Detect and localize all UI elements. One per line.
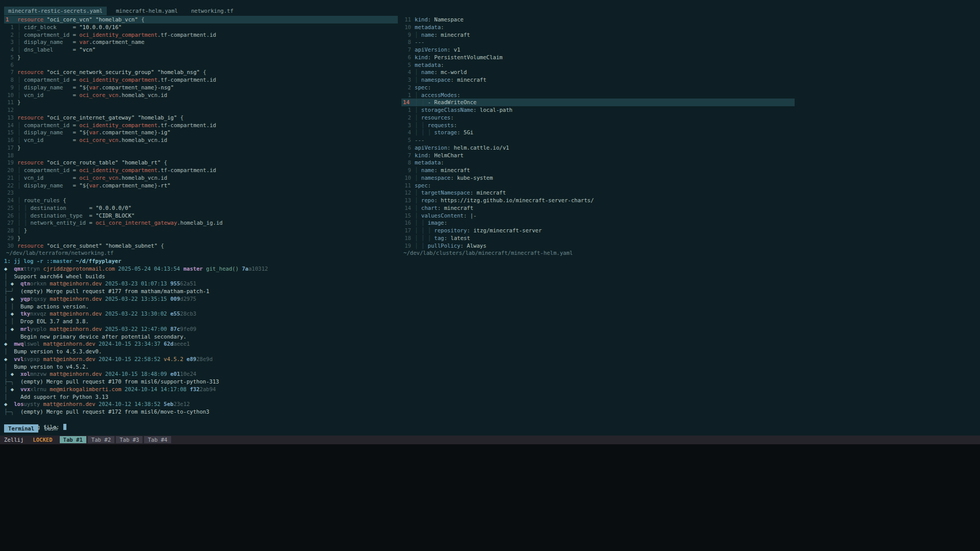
zellij-tab[interactable]: Tab #3 [116,436,142,443]
terraform-code-area[interactable]: 1resource "oci_core_vcn" "homelab_vcn" {… [4,16,398,249]
code-line[interactable]: 4│ name: mc-world [401,68,980,76]
code-line[interactable]: 29} [4,234,398,242]
code-line[interactable]: 7kind: HelmChart [401,152,980,159]
code-line[interactable]: 20│ compartment_id = oci_identity_compar… [4,166,398,174]
code-line[interactable]: 24│ route_rules { [4,197,398,204]
terminal-tab[interactable]: Terminal [4,424,38,433]
code-line[interactable]: 30resource "oci_core_subnet" "homelab_su… [4,242,398,250]
line-number: 6 [401,54,415,61]
code-line[interactable]: 1│ cidr_block = "10.0.0.0/16" [4,23,398,31]
code-line[interactable]: 1│ accessModes: [401,91,980,99]
token: "vcn" [79,46,95,53]
code-line[interactable]: 1│ storageClassName: local-path [401,106,980,114]
token: ${ [83,129,89,135]
terminal-prompt-line[interactable]: log file: [4,416,976,423]
code-line[interactable]: 17} [4,144,398,152]
code-line[interactable]: 12 [4,106,398,114]
code-line[interactable]: 4│ dns_label = "vcn" [4,46,398,54]
token: los [14,401,23,407]
code-line[interactable]: 19resource "oci_core_route_table" "homel… [4,159,398,166]
code-line[interactable]: 11kind: Namespace [401,16,980,23]
code-line-current[interactable]: 1resource "oci_core_vcn" "homelab_vcn" { [4,16,398,23]
terminal-line: │ Bump version to v4.5.2. [4,363,976,371]
code-line[interactable]: 26│ │ destination_type = "CIDR_BLOCK" [4,212,398,220]
code-line[interactable]: 6 [4,61,398,69]
code-line[interactable]: 7resource "oci_core_network_security_gro… [4,68,398,76]
code-line[interactable]: 21│ vcn_id = oci_core_vcn.homelab_vcn.id [4,174,398,182]
zellij-tabs: Tab #1Tab #2Tab #3Tab #4 [60,436,173,444]
code-line[interactable]: 16│ │ image: [401,219,980,227]
buffer-tab[interactable]: minecraft-restic-secrets.yaml [4,7,107,15]
code-line[interactable]: 8metadata: [401,159,980,166]
code-line[interactable]: 2│ resources: [401,114,980,122]
token: compartment_id [24,77,69,83]
line-number: 16 [4,136,17,144]
terminal-line: │ ◆ yqptqxsy matt@einhorn.dev 2025-03-22… [4,295,976,303]
line-number: 14 [4,122,17,129]
zellij-tab[interactable]: Tab #2 [88,436,114,443]
code-line[interactable]: 11spec: [401,182,980,189]
line-number: 12 [4,106,17,114]
code-line[interactable]: 14│ compartment_id = oci_identity_compar… [4,122,398,129]
terminal-line: ◆ losuysty matt@einhorn.dev 2024-10-12 1… [4,400,976,408]
code-line[interactable]: 8--- [401,38,980,46]
code-line[interactable]: 3│ namespace: minecraft [401,76,980,84]
code-line[interactable]: 10metadata: [401,23,980,31]
code-line[interactable]: 9│ name: minecraft [401,31,980,39]
code-line[interactable]: 10│ namespace: kube-system [401,174,980,182]
code-line[interactable]: 17│ │ │ repository: itzg/minecraft-serve… [401,227,980,234]
code-line[interactable]: 22│ display_name = "${var.compartment_na… [4,182,398,189]
token: } [17,99,20,105]
terminal-pane[interactable]: 1: jj log -r ::master ~/d/ffpyplayer◆ qm… [4,257,976,423]
token: resource [17,243,43,249]
terminal-line: │ │ Drop EOL 3.7 and 3.8. [4,318,976,325]
token: minecraft [454,77,487,83]
code-line[interactable]: 18 [4,152,398,159]
code-line[interactable]: 6apiVersion: helm.cattle.io/v1 [401,144,980,152]
code-line[interactable]: 25│ │ destination = "0.0.0.0/0" [4,204,398,212]
code-line[interactable]: 18│ │ │ tag: latest [401,234,980,242]
code-line[interactable]: 15│ display_name = "${var.compartment_na… [4,129,398,136]
token: "homelab_subnet" [105,243,157,249]
code-line[interactable]: 5} [4,54,398,61]
buffer-tab[interactable]: networking.tf [187,7,237,15]
code-line[interactable]: 15│ valuesContent: |- [401,212,980,220]
token: { [164,159,167,165]
token: oci_identity_compartment [79,32,157,38]
code-line[interactable]: 4│ │ │ storage: 5Gi [401,129,980,136]
code-line[interactable]: 8│ compartment_id = oci_identity_compart… [4,76,398,84]
yaml-code-area[interactable]: 11kind: Namespace10metadata:9│ name: min… [401,16,980,249]
code-line[interactable]: 10│ vcn_id = oci_core_vcn.homelab_vcn.id [4,91,398,99]
token: .homelab_vcn.id [118,92,168,98]
line-number: 11 [401,16,415,23]
code-line[interactable]: 11} [4,99,398,106]
workspace: minecraft-restic-secrets.yamlminecraft-h… [0,0,980,444]
code-line[interactable]: 5--- [401,136,980,144]
zellij-tab[interactable]: Tab #1 [60,436,86,443]
token [66,205,89,211]
code-line[interactable]: 3│ │ requests: [401,122,980,129]
code-line[interactable]: 5metadata: [401,61,980,69]
token: 5eb [164,401,174,407]
code-line[interactable]: 9│ display_name = "${var.compartment_nam… [4,84,398,91]
code-line[interactable]: 27│ │ network_entity_id = oci_core_inter… [4,219,398,227]
code-line[interactable]: 12│ targetNamespace: minecraft [401,189,980,197]
buffer-tab[interactable]: minecraft-helm.yaml [112,7,182,15]
code-line[interactable]: 6kind: PersistentVolumeClaim [401,54,980,61]
code-line[interactable]: 9│ name: minecraft [401,166,980,174]
code-line[interactable]: 2│ compartment_id = oci_identity_compart… [4,31,398,39]
code-line[interactable]: 16│ vcn_id = oci_core_vcn.homelab_vcn.id [4,136,398,144]
code-line[interactable]: 2spec: [401,84,980,91]
code-line[interactable]: 19│ │ pullPolicy: Always [401,242,980,250]
code-line[interactable]: 13│ repo: https://itzg.github.io/minecra… [401,197,980,204]
zellij-tab[interactable]: Tab #4 [144,436,171,443]
line-number: 17 [4,144,17,152]
code-line-current[interactable]: 14│ │ - ReadWriteOnce [401,99,795,106]
code-line[interactable]: 13resource "oci_core_internet_gateway" "… [4,114,398,122]
code-line[interactable]: 23 [4,189,398,197]
token: .homelab_ig.id [177,220,223,226]
code-line[interactable]: 28│ } [4,227,398,234]
code-line[interactable]: 3│ display_name = var.compartment_name [4,38,398,46]
code-line[interactable]: 7apiVersion: v1 [401,46,980,54]
code-line[interactable]: 14│ chart: minecraft [401,204,980,212]
